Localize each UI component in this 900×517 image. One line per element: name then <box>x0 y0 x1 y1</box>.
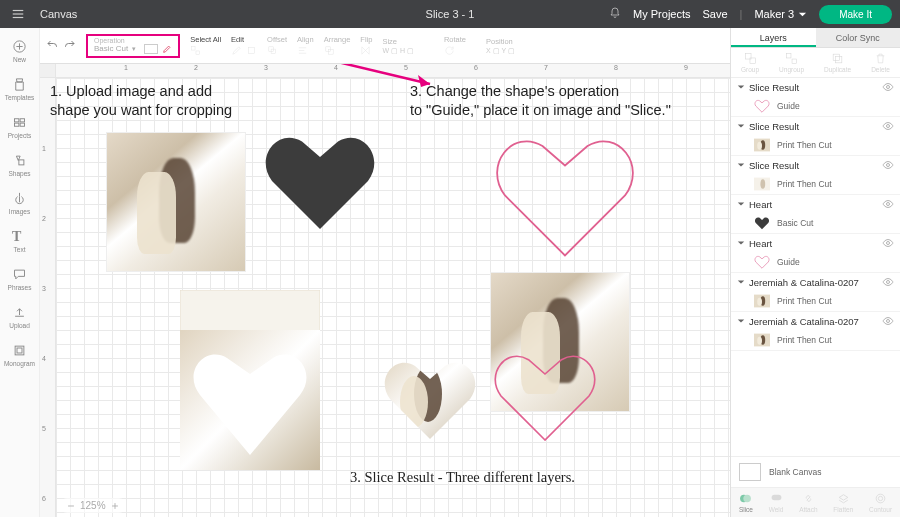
svg-point-53 <box>757 298 762 306</box>
monogram-button[interactable]: Monogram <box>0 338 39 372</box>
uploaded-image-1[interactable] <box>106 132 246 272</box>
phrases-button[interactable]: Phrases <box>0 262 39 296</box>
tab-color-sync[interactable]: Color Sync <box>816 28 901 47</box>
svg-rect-22 <box>325 47 330 52</box>
visibility-toggle[interactable] <box>882 237 894 249</box>
minus-icon[interactable] <box>66 501 76 511</box>
svg-rect-11 <box>19 160 24 165</box>
templates-button[interactable]: Templates <box>0 72 39 106</box>
attach-button[interactable]: Attach <box>799 492 817 513</box>
blank-canvas-row[interactable]: Blank Canvas <box>731 456 900 487</box>
visibility-toggle[interactable] <box>882 198 894 210</box>
slice-result-heart-photo[interactable] <box>380 354 480 444</box>
visibility-toggle[interactable] <box>882 315 894 327</box>
layer-operation: Print Then Cut <box>777 140 832 150</box>
undo-button[interactable] <box>46 39 58 53</box>
layer-child[interactable]: Basic Cut <box>731 213 900 233</box>
delete-button[interactable]: Delete <box>871 52 890 73</box>
size-label[interactable]: Size <box>382 37 397 46</box>
annotation-bottom: 3. Slice Result - Three different layers… <box>350 468 575 487</box>
layer-group[interactable]: Slice ResultGuide <box>731 78 900 117</box>
blank-canvas-label: Blank Canvas <box>769 467 821 477</box>
edit-label[interactable]: Edit <box>231 35 244 44</box>
my-projects-link[interactable]: My Projects <box>633 8 690 20</box>
upload-button[interactable]: Upload <box>0 300 39 334</box>
color-swatch[interactable] <box>144 44 158 54</box>
layer-child[interactable]: Print Then Cut <box>731 135 900 155</box>
layer-group[interactable]: Slice ResultPrint Then Cut <box>731 117 900 156</box>
visibility-toggle[interactable] <box>882 159 894 171</box>
canvas-color-swatch[interactable] <box>739 463 761 481</box>
zoom-control[interactable]: 125% <box>60 498 126 513</box>
layer-child[interactable]: Print Then Cut <box>731 291 900 311</box>
notifications-icon[interactable] <box>609 7 621 21</box>
annotation-1: 1. Upload image and addshape you want fo… <box>50 82 232 120</box>
heart-guide-on-image[interactable] <box>490 128 640 263</box>
plus-icon[interactable] <box>110 501 120 511</box>
position-label[interactable]: Position <box>486 37 513 46</box>
slice-button[interactable]: Slice <box>739 492 753 513</box>
machine-selector[interactable]: Maker 3 <box>754 8 807 20</box>
svg-rect-38 <box>833 54 840 61</box>
visibility-toggle[interactable] <box>882 120 894 132</box>
document-title[interactable]: Slice 3 - 1 <box>426 8 475 20</box>
text-button[interactable]: TText <box>0 224 39 258</box>
visibility-toggle[interactable] <box>882 81 894 93</box>
layer-thumbnail <box>753 138 771 152</box>
layer-group[interactable]: HeartGuide <box>731 234 900 273</box>
layer-child[interactable]: Guide <box>731 96 900 116</box>
projects-button[interactable]: Projects <box>0 110 39 144</box>
group-button[interactable]: Group <box>741 52 759 73</box>
flip-label[interactable]: Flip <box>360 35 372 44</box>
redo-button[interactable] <box>64 39 76 53</box>
layer-name: Jeremiah & Catalina-0207 <box>749 277 878 288</box>
select-all-label[interactable]: Select All <box>190 35 221 44</box>
slice-result-remainder[interactable] <box>180 290 320 470</box>
main-menu-button[interactable] <box>0 7 36 21</box>
contour-button[interactable]: Contour <box>869 492 892 513</box>
monogram-label: Monogram <box>4 360 35 367</box>
duplicate-button[interactable]: Duplicate <box>824 52 851 73</box>
layer-child[interactable]: Print Then Cut <box>731 174 900 194</box>
layer-child[interactable]: Guide <box>731 252 900 272</box>
tab-layers[interactable]: Layers <box>731 28 816 47</box>
operation-value: Basic Cut <box>94 44 128 53</box>
svg-rect-8 <box>15 123 19 126</box>
canvas-area[interactable]: 123456789 123456 1. Upload ima <box>40 64 730 517</box>
align-label[interactable]: Align <box>297 35 314 44</box>
layer-name: Jeremiah & Catalina-0207 <box>749 316 878 327</box>
layer-list: Slice ResultGuideSlice ResultPrint Then … <box>731 78 900 456</box>
layer-operation: Print Then Cut <box>777 335 832 345</box>
layer-group[interactable]: Jeremiah & Catalina-0207Print Then Cut <box>731 312 900 351</box>
chevron-down-icon <box>798 10 807 19</box>
save-button[interactable]: Save <box>703 8 728 20</box>
weld-button[interactable]: Weld <box>769 492 784 513</box>
ungroup-button[interactable]: Ungroup <box>779 52 804 73</box>
shapes-label: Shapes <box>8 170 30 177</box>
svg-point-59 <box>744 495 752 503</box>
make-it-button[interactable]: Make It <box>819 5 892 24</box>
flatten-button[interactable]: Flatten <box>833 492 853 513</box>
rotate-label[interactable]: Rotate <box>444 35 466 44</box>
images-button[interactable]: Images <box>0 186 39 220</box>
layer-group[interactable]: HeartBasic Cut <box>731 195 900 234</box>
svg-rect-23 <box>328 50 333 55</box>
machine-name: Maker 3 <box>754 8 794 20</box>
phrases-label: Phrases <box>8 284 32 291</box>
layer-group[interactable]: Slice ResultPrint Then Cut <box>731 156 900 195</box>
svg-rect-16 <box>248 47 254 53</box>
slice-result-heart-guide[interactable] <box>490 346 600 446</box>
layer-operation: Guide <box>777 257 800 267</box>
arrange-label[interactable]: Arrange <box>324 35 351 44</box>
layer-child[interactable]: Print Then Cut <box>731 330 900 350</box>
chevron-down-icon <box>737 317 745 325</box>
heart-shape-solid[interactable] <box>260 126 380 236</box>
operation-selector[interactable]: Operation Basic Cut ▾ <box>86 34 180 58</box>
shapes-button[interactable]: Shapes <box>0 148 39 182</box>
layer-group[interactable]: Jeremiah & Catalina-0207Print Then Cut <box>731 273 900 312</box>
horizontal-ruler: 123456789 <box>56 64 730 78</box>
images-label: Images <box>9 208 30 215</box>
offset-label[interactable]: Offset <box>267 35 287 44</box>
visibility-toggle[interactable] <box>882 276 894 288</box>
new-button[interactable]: New <box>0 34 39 68</box>
